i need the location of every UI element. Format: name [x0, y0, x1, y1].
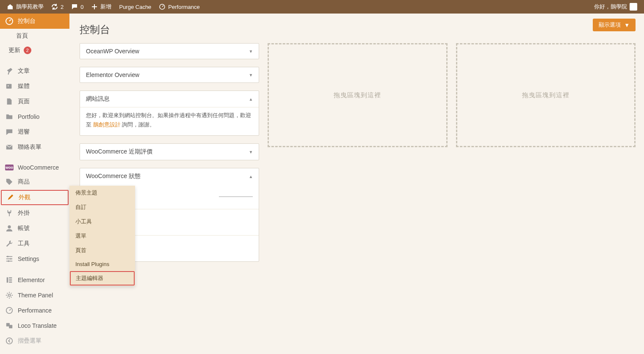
sidebar-users[interactable]: 帳號 [0, 221, 69, 236]
tb-new-label: 新增 [100, 3, 111, 11]
tb-refresh[interactable]: 2 [48, 0, 67, 14]
mail-icon [5, 143, 14, 151]
translate-icon [5, 321, 14, 330]
dropzone-1[interactable]: 拖曳區塊到這裡 [268, 43, 447, 147]
tb-comment-count: 0 [80, 4, 83, 10]
tag-icon [5, 178, 14, 186]
sidebar-plugins[interactable]: 外掛 [0, 206, 69, 221]
sidebar-products[interactable]: 商品 [0, 174, 69, 189]
sidebar-woocommerce[interactable]: wooWooCommerce [0, 161, 69, 174]
sidebar-appearance[interactable]: 外觀 [1, 190, 69, 205]
flyout-install-plugins[interactable]: Install Plugins [69, 258, 135, 271]
svg-point-18 [8, 294, 10, 296]
sidebar-tools[interactable]: 工具 [0, 236, 69, 251]
svg-point-5 [8, 85, 9, 87]
collapse-icon [5, 337, 14, 345]
home-icon [7, 3, 14, 10]
sidebar-performance[interactable]: Performance [0, 303, 69, 318]
widget-site-info-toggle[interactable]: 網站訊息 ▲ [80, 91, 259, 107]
sidebar-updates[interactable]: 更新 2 [0, 43, 69, 58]
site-info-link[interactable]: 鵲創意設計 [93, 121, 121, 128]
svg-rect-14 [7, 277, 8, 283]
sidebar-collapse[interactable]: 摺疊選單 [0, 333, 69, 349]
avatar-icon [630, 3, 637, 11]
dropzone-2[interactable]: 拖曳區塊到這裡 [456, 43, 636, 147]
refresh-icon [51, 3, 58, 10]
widget-oceanwp-toggle[interactable]: OceanWP Overview ▼ [80, 44, 259, 59]
admin-sidebar: 控制台 首頁 更新 2 文章 媒體 頁面 Portfolio 迴響 聯絡表單 w… [0, 14, 69, 354]
tb-performance[interactable]: Performance [155, 0, 203, 14]
appearance-flyout: 佈景主題 自訂 小工具 選單 頁首 Install Plugins 主題編輯器 [69, 186, 135, 286]
chevron-down-icon: ▼ [249, 73, 253, 77]
sidebar-comments[interactable]: 迴響 [0, 124, 69, 140]
sidebar-loco[interactable]: Loco Translate [0, 318, 69, 333]
svg-rect-15 [9, 277, 12, 279]
sidebar-home[interactable]: 首頁 [0, 29, 69, 43]
svg-rect-1 [92, 6, 97, 7]
sidebar-portfolio[interactable]: Portfolio [0, 109, 69, 124]
sidebar-dashboard[interactable]: 控制台 [0, 14, 69, 29]
user-icon [5, 224, 14, 233]
svg-rect-4 [6, 84, 12, 89]
plug-icon [5, 209, 14, 217]
pin-icon [5, 67, 14, 75]
svg-point-11 [7, 256, 9, 258]
flyout-theme-editor[interactable]: 主題編輯器 [70, 271, 135, 285]
page-icon [5, 97, 14, 106]
flyout-themes[interactable]: 佈景主題 [69, 186, 135, 200]
tb-comments[interactable]: 0 [68, 0, 87, 14]
svg-point-7 [8, 225, 11, 228]
updates-badge: 2 [24, 47, 31, 54]
chevron-up-icon: ▲ [249, 174, 253, 179]
gauge-icon [159, 3, 166, 10]
tb-refresh-count: 2 [61, 4, 64, 10]
comment-icon [71, 3, 78, 10]
tb-new[interactable]: 新增 [88, 0, 115, 14]
display-options-button[interactable]: 顯示選項 ▼ [593, 19, 636, 31]
flyout-customize[interactable]: 自訂 [69, 200, 135, 214]
widget-elementor: Elementor Overview ▼ [80, 67, 259, 83]
sidebar-contact[interactable]: 聯絡表單 [0, 140, 69, 155]
gear-icon [5, 291, 14, 299]
sidebar-pages[interactable]: 頁面 [0, 94, 69, 109]
widget-woo-reviews-toggle[interactable]: WooCommerce 近期評價 ▼ [80, 144, 259, 160]
flyout-widgets[interactable]: 小工具 [69, 214, 135, 229]
plus-icon [91, 3, 98, 10]
chevron-up-icon: ▲ [249, 97, 253, 102]
chat-icon [5, 128, 14, 136]
tb-site[interactable]: 鵲學苑教學 [3, 0, 47, 14]
svg-rect-21 [9, 325, 12, 328]
flyout-menus[interactable]: 選單 [69, 229, 135, 243]
admin-toolbar: 鵲學苑教學 2 0 新增 Purge Cache Performance 你好，… [0, 0, 644, 14]
chevron-down-icon: ▼ [249, 49, 253, 54]
brush-icon [6, 193, 14, 202]
sidebar-settings[interactable]: Settings [0, 251, 69, 266]
chevron-down-icon: ▼ [624, 22, 630, 28]
sidebar-media[interactable]: 媒體 [0, 79, 69, 94]
widget-elementor-toggle[interactable]: Elementor Overview ▼ [80, 67, 259, 82]
widget-oceanwp: OceanWP Overview ▼ [80, 43, 259, 59]
speed-icon [5, 306, 14, 315]
page-title: 控制台 [80, 19, 110, 43]
sparkline [219, 196, 253, 197]
chevron-down-icon: ▼ [249, 150, 253, 154]
svg-point-22 [6, 338, 12, 344]
tb-greeting[interactable]: 你好，鵲學院 [591, 0, 641, 14]
media-icon [5, 82, 14, 91]
svg-point-12 [10, 258, 12, 260]
sidebar-posts[interactable]: 文章 [0, 63, 69, 79]
svg-rect-17 [9, 282, 12, 283]
elementor-icon [5, 276, 14, 284]
sidebar-elementor[interactable]: Elementor [0, 272, 69, 288]
site-info-body: 您好，歡迎來到網站控制台。如果操作過程中有遇到任何問題，歡迎至 鵲創意設計 詢問… [80, 107, 259, 135]
wrench-icon [5, 239, 14, 248]
sidebar-theme-panel[interactable]: Theme Panel [0, 288, 69, 303]
main-content: 控制台 顯示選項 ▼ OceanWP Overview ▼ Elementor … [69, 14, 644, 354]
flyout-header[interactable]: 頁首 [69, 243, 135, 258]
tb-purge[interactable]: Purge Cache [116, 0, 155, 14]
tb-site-name: 鵲學苑教學 [16, 3, 44, 11]
widget-site-info: 網站訊息 ▲ 您好，歡迎來到網站控制台。如果操作過程中有遇到任何問題，歡迎至 鵲… [80, 91, 259, 136]
woo-icon: woo [5, 165, 14, 170]
widget-woo-status-toggle[interactable]: WooCommerce 狀態 ▲ [80, 168, 259, 184]
svg-rect-16 [9, 280, 12, 281]
